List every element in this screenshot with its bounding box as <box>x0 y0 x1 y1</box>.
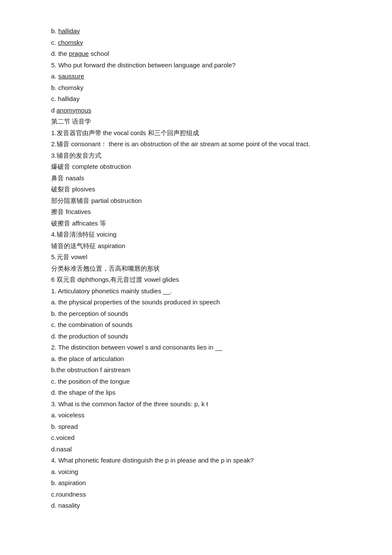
line-q1b: b. the perception of sounds <box>51 308 358 319</box>
line-affricates: 破擦音 affricates 等 <box>51 218 358 229</box>
line-q4c: c.roundness <box>51 489 358 500</box>
chomsky-text: chomsky <box>58 39 83 46</box>
line-q4b: b. aspiration <box>51 477 358 489</box>
line-b-halliday: b. halliday <box>51 26 358 37</box>
line-q1-articulatory: 1. Articulatory phonetics mainly studies… <box>51 286 358 297</box>
saussure-text: saussure <box>58 72 84 80</box>
line-biyin: 鼻音 nasals <box>51 173 358 184</box>
anomymous-text: anomymous <box>57 107 92 114</box>
line-q4a: a. voicing <box>51 466 358 477</box>
line-q2-distinction: 2. The distinction between vowel s and c… <box>51 342 358 353</box>
line-q3a: a. voiceless <box>51 410 358 421</box>
line-poliey: 破裂音 plosives <box>51 184 358 195</box>
line-consonant: 2.辅音 consonant： there is an obstruction … <box>51 139 358 150</box>
line-tongue-position: 分类标准舌翘位置，舌高和嘴唇的形状 <box>51 263 358 274</box>
main-content: b. halliday c. chomsky d. the prague sch… <box>51 26 358 511</box>
line-q3-common: 3. What is the common factor of the thre… <box>51 399 358 410</box>
line-c-halliday2: c. halliday <box>51 93 358 104</box>
line-fricatives: 擦音 fricatives <box>51 206 358 217</box>
line-q2c: c. the position of the tongue <box>51 376 358 387</box>
line-b-chomsky2: b. chomsky <box>51 82 358 93</box>
line-q3b: b. spread <box>51 421 358 432</box>
prague-text: prague <box>69 50 89 57</box>
line-section2-title: 第二节 语音学 <box>51 116 358 127</box>
line-q1a: a. the physical properties of the sounds… <box>51 297 358 308</box>
line-q2b: b.the obstruction f airstream <box>51 364 358 376</box>
line-d-prague: d. the prague school <box>51 48 358 59</box>
line-q2d: d. the shape of the lips <box>51 387 358 398</box>
line-d-anomymous: d anomymous <box>51 105 358 116</box>
line-q1d: d. the production of sounds <box>51 331 358 342</box>
line-vowel: 5.元音 vowel <box>51 251 358 263</box>
halliday-text: halliday <box>58 27 80 35</box>
line-vocal-cords: 1.发音器官由声带 the vocal cords 和三个回声腔组成 <box>51 127 358 139</box>
line-q4-phonetic: 4. What phonetic feature distinguish the… <box>51 455 358 466</box>
line-aspiration: 辅音的送气特征 aspiration <box>51 240 358 251</box>
line-q2a: a. the place of articulation <box>51 353 358 364</box>
line-partial: 部分阻塞辅音 partial obstruction <box>51 195 358 206</box>
line-a-saussure: a. saussure <box>51 71 358 82</box>
line-q3d: d.nasal <box>51 444 358 455</box>
line-c-chomsky: c. chomsky <box>51 37 358 48</box>
line-q4d: d. nasality <box>51 500 358 511</box>
line-diphthongs: 6 双元音 diphthongs,有元音过渡 vowel glides <box>51 274 358 285</box>
line-q5: 5. Who put forward the distinction betwe… <box>51 60 358 71</box>
line-baopo: 爆破音 complete obstruction <box>51 161 358 172</box>
line-voicing: 4.辅音清浊特征 voicing <box>51 229 358 240</box>
line-q1c: c. the combination of sounds <box>51 319 358 330</box>
line-q3c: c.voiced <box>51 432 358 443</box>
line-pronunciation: 3.辅音的发音方式 <box>51 150 358 161</box>
